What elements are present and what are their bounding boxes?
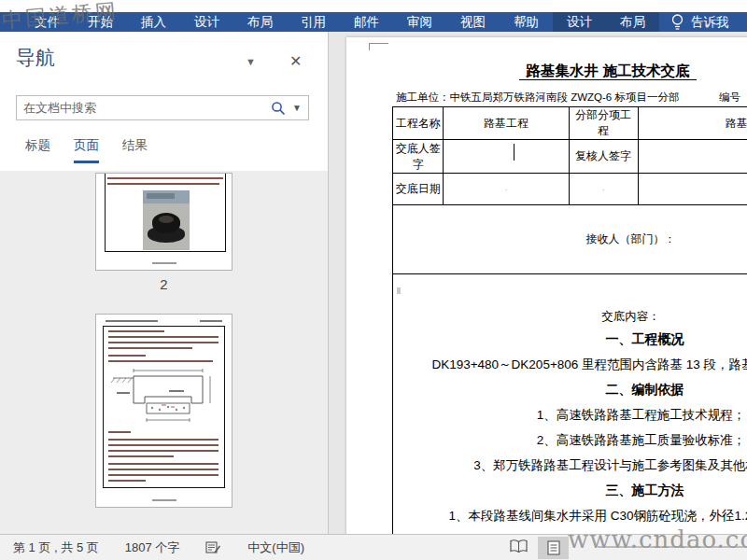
document-title: 路基集水井 施工技术交底 <box>346 62 747 81</box>
proofing-status-icon[interactable] <box>205 540 221 554</box>
navigation-pane-title: 导航 <box>16 45 55 71</box>
word-count-status[interactable]: 1807 个字 <box>125 539 180 556</box>
tab-references[interactable]: 引用 <box>287 12 340 32</box>
tellme-tab[interactable]: 告诉我 <box>670 12 729 32</box>
tab-review[interactable]: 审阅 <box>393 12 446 32</box>
cell-subproject-value[interactable]: 路基集水井 <box>638 107 747 140</box>
list-item: 2、高速铁路路基施工质量验收标准； <box>395 427 747 453</box>
cell-discloser-signature-value[interactable] <box>444 140 569 174</box>
section-heading-2: 二、编制依据 <box>395 377 747 402</box>
well-photo <box>143 190 190 250</box>
content-label: 交底内容： <box>395 306 747 327</box>
list-item: 1、高速铁路路基工程施工技术规程； <box>395 402 747 427</box>
nav-tab-headings[interactable]: 标题 <box>25 137 50 163</box>
language-status[interactable]: 中文(中国) <box>247 539 304 556</box>
disclosure-content-cell[interactable]: 交底内容： 一、工程概况 DK193+480～DK205+806 里程范围内含路… <box>393 274 747 535</box>
margin-crop-mark-icon <box>369 43 388 50</box>
number-label: 编号 <box>719 91 740 105</box>
tab-layout[interactable]: 布局 <box>233 12 287 32</box>
cell-empty[interactable]: · <box>638 174 747 205</box>
cell-discloser-signature-label: 交底人签字 <box>393 140 444 174</box>
tab-file[interactable]: 文件 <box>21 12 74 32</box>
tab-help[interactable]: 帮助 <box>500 12 553 32</box>
tellme-label: 告诉我 <box>691 12 729 32</box>
document-search-box: ▼ <box>16 95 309 120</box>
tab-mailings[interactable]: 邮件 <box>340 12 393 32</box>
contextual-tab-layout[interactable]: 布局 <box>606 12 659 32</box>
cell-disclosure-date-value[interactable]: · <box>444 174 569 205</box>
paragraph: DK193+480～DK205+806 里程范围内含路基 13 段，路基线间集水… <box>395 352 747 377</box>
thumbnail-page-2[interactable] <box>95 173 233 271</box>
navigation-tabs: 标题 页面 结果 <box>25 137 148 163</box>
paragraph: 1、本段路基线间集水井采用 C30钢筋砼现浇，外径1.2m，壁厚0.2m， <box>395 503 747 528</box>
search-input[interactable] <box>17 96 250 119</box>
status-bar: 第 1 页 , 共 5 页 1807 个字 中文(中国) <box>0 534 747 560</box>
cell-project-name-label: 工程名称 <box>393 107 444 140</box>
tab-view[interactable]: 视图 <box>446 12 500 32</box>
thumb-footer-text <box>152 499 176 501</box>
tab-design[interactable]: 设计 <box>180 12 233 32</box>
section-heading-3: 三、施工方法 <box>395 478 747 503</box>
nav-tab-pages[interactable]: 页面 <box>74 137 99 163</box>
cell-empty[interactable]: · <box>569 174 638 205</box>
paragraph-mark <box>397 287 401 294</box>
page-thumbnail-list: 2 <box>0 171 328 534</box>
cross-section-diagram <box>109 366 221 427</box>
read-mode-button[interactable] <box>509 539 529 557</box>
construction-unit-line: 施工单位：中铁五局郑万铁路河南段 ZWZQ-6 标项目一分部 <box>396 91 679 105</box>
ribbon-tab-bar: 文件 开始 插入 设计 布局 引用 邮件 审阅 视图 帮助 设计 布局 告诉我 <box>0 12 747 32</box>
thumb-content-border <box>103 326 225 488</box>
section-heading-1: 一、工程概况 <box>395 327 747 352</box>
navigation-close-icon[interactable]: ✕ <box>289 52 302 70</box>
contextual-tab-group: 设计 布局 <box>553 12 659 32</box>
thumbnail-caption: 2 <box>160 278 167 291</box>
disclosure-table: 工程名称 路基工程 分部分项工程 路基集水井 交底人签字 复核人签字 · 交底日… <box>392 106 747 534</box>
cell-receiver-department[interactable]: 接收人（部门）： <box>393 205 747 274</box>
document-page[interactable]: 路基集水井 施工技术交底 施工单位：中铁五局郑万铁路河南段 ZWZQ-6 标项目… <box>346 37 747 534</box>
thumb-header-text <box>200 320 222 322</box>
text-cursor <box>514 144 514 161</box>
cell-project-name-value[interactable]: 路基工程 <box>444 107 569 140</box>
print-layout-button[interactable] <box>538 537 569 559</box>
lightbulb-icon <box>670 13 684 31</box>
cell-reviewer-signature-label: 复核人签字 <box>569 140 638 174</box>
nav-tab-results[interactable]: 结果 <box>122 137 148 163</box>
document-canvas: 路基集水井 施工技术交底 施工单位：中铁五局郑万铁路河南段 ZWZQ-6 标项目… <box>329 32 747 534</box>
navigation-options-chevron-down-icon[interactable]: ▼ <box>246 56 256 67</box>
tab-insert[interactable]: 插入 <box>127 12 180 32</box>
thumbnail-page-3[interactable] <box>95 314 233 508</box>
page-number-status[interactable]: 第 1 页 , 共 5 页 <box>13 539 99 556</box>
cell-reviewer-signature-value[interactable]: · <box>638 140 747 174</box>
thumb-header-text <box>106 320 158 322</box>
search-chevron-down-icon[interactable]: ▼ <box>292 103 302 113</box>
contextual-tab-design[interactable]: 设计 <box>553 12 606 32</box>
thumb-footer-text <box>152 262 176 264</box>
cell-disclosure-date-label: 交底日期 <box>393 174 444 205</box>
tab-home[interactable]: 开始 <box>74 12 127 32</box>
cell-subproject-label: 分部分项工程 <box>569 107 638 140</box>
navigation-pane: 导航 ▼ ✕ ▼ 标题 页面 结果 <box>0 32 329 534</box>
search-icon[interactable] <box>271 101 286 119</box>
list-item: 3、郑万铁路路基工程设计与施工参考图集及其他相关文件。 <box>395 453 747 478</box>
